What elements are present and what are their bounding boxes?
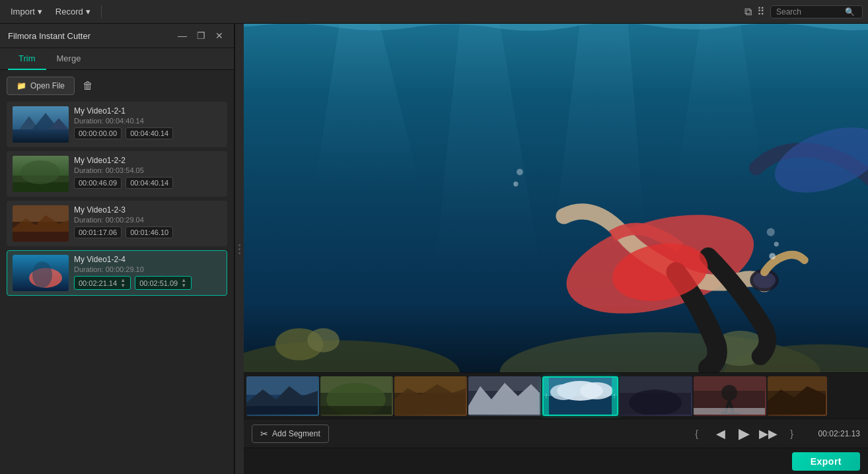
import-label: Import — [11, 7, 35, 17]
delete-icon: 🗑 — [83, 80, 93, 91]
mark-out-button[interactable]: } — [781, 423, 803, 444]
filter-icon[interactable]: ⧉ — [744, 6, 752, 18]
svg-point-36 — [517, 169, 523, 176]
import-button[interactable]: Import ▾ — [5, 4, 48, 19]
right-panel: ⋮ ⋮ — [244, 24, 868, 474]
strip-handle-left[interactable]: ⋮ — [544, 378, 549, 415]
top-bar-right-icons: ⧉ ⠿ 🔍 — [744, 5, 863, 18]
video-end-4[interactable]: 00:02:51.09 ▲ ▼ — [135, 276, 192, 290]
svg-rect-44 — [320, 406, 392, 415]
svg-point-56 — [550, 384, 577, 400]
video-item-2[interactable]: My Video1-2-2 Duration: 00:03:54.05 00:0… — [7, 151, 227, 197]
video-info-2: My Video1-2-2 Duration: 00:03:54.05 00:0… — [74, 156, 221, 189]
video-thumb-2 — [13, 156, 69, 192]
grid-icon[interactable]: ⠿ — [757, 5, 765, 18]
video-duration-1: Duration: 00:04:40.14 — [74, 117, 221, 125]
record-button[interactable]: Record ▾ — [50, 4, 96, 19]
panel-title-bar: Filmora Instant Cutter — ❐ ✕ — [0, 24, 234, 48]
video-name-3: My Video1-2-3 — [74, 205, 221, 215]
close-button[interactable]: ✕ — [213, 29, 226, 42]
resize-dots — [238, 244, 240, 254]
video-times-2: 00:00:46.09 00:04:40.14 — [74, 177, 221, 189]
video-times-3: 00:01:17.06 00:01:46.10 — [74, 226, 221, 238]
scissors-icon: ✂ — [260, 428, 268, 439]
prev-frame-icon: ◀ — [716, 426, 725, 441]
svg-rect-40 — [246, 406, 318, 415]
video-start-4[interactable]: 00:02:21.14 ▲ ▼ — [74, 276, 131, 290]
panel-controls: — ❐ ✕ — [176, 29, 226, 42]
tab-bar: Trim Merge — [0, 48, 234, 70]
svg-point-15 — [32, 261, 52, 288]
export-label: Export — [811, 456, 842, 467]
add-segment-button[interactable]: ✂ Add Segment — [252, 424, 329, 443]
next-frame-icon: ▶▶ — [759, 426, 778, 441]
mark-in-button[interactable]: { — [686, 423, 707, 444]
top-bar-separator — [101, 5, 102, 18]
tab-merge[interactable]: Merge — [46, 48, 92, 70]
video-end-3: 00:01:46.10 — [126, 226, 173, 238]
svg-rect-1 — [13, 129, 69, 143]
video-thumb-1 — [13, 106, 69, 143]
video-item-3[interactable]: My Video1-2-3 Duration: 00:00:29.04 00:0… — [7, 201, 227, 246]
svg-point-35 — [513, 182, 518, 186]
open-file-button[interactable]: 📁 Open File — [7, 77, 75, 95]
video-start-1: 00:00:00.00 — [74, 127, 122, 139]
strip-thumb-5 — [620, 376, 692, 416]
end-up-button[interactable]: ▲ — [180, 278, 187, 283]
end-time-spinners: ▲ ▼ — [180, 278, 187, 288]
svg-rect-12 — [13, 232, 69, 242]
search-icon: 🔍 — [845, 7, 855, 17]
video-info-4: My Video1-2-4 Duration: 00:00:29.10 00:0… — [74, 255, 221, 290]
svg-rect-66 — [768, 376, 826, 391]
strip-thumb-2 — [320, 376, 393, 416]
controls-bar: ✂ Add Segment { ◀ ▶ ▶▶ } 00:02:21.13 — [244, 419, 868, 448]
strip-thumb-active: ⋮ ⋮ — [542, 376, 618, 416]
start-up-button[interactable]: ▲ — [120, 278, 126, 283]
svg-point-33 — [774, 242, 779, 246]
restore-button[interactable]: ❐ — [194, 29, 207, 42]
video-name-4: My Video1-2-4 — [74, 255, 221, 264]
search-box: 🔍 — [770, 5, 863, 18]
video-thumb-4 — [13, 255, 69, 291]
prev-frame-button[interactable]: ◀ — [710, 423, 731, 444]
video-info-1: My Video1-2-1 Duration: 00:04:40.14 00:0… — [74, 106, 221, 139]
file-list-area: 📁 Open File 🗑 — [0, 70, 234, 474]
strip-thumb-3 — [394, 376, 467, 416]
video-name-2: My Video1-2-2 — [74, 156, 221, 165]
play-icon: ▶ — [739, 425, 750, 442]
record-chevron-icon: ▾ — [86, 7, 90, 17]
search-input[interactable] — [776, 7, 842, 17]
import-chevron-icon: ▾ — [38, 7, 42, 17]
time-display: 00:02:21.13 — [818, 429, 860, 438]
export-button[interactable]: Export — [792, 452, 860, 471]
svg-point-32 — [769, 253, 776, 259]
top-bar: Import ▾ Record ▾ ⧉ ⠿ 🔍 — [0, 0, 868, 24]
start-down-button[interactable]: ▼ — [120, 283, 126, 288]
panel-title: Filmora Instant Cutter — [8, 31, 90, 41]
left-panel: Filmora Instant Cutter — ❐ ✕ Trim Merge … — [0, 24, 235, 474]
end-down-button[interactable]: ▼ — [180, 283, 187, 288]
next-frame-button[interactable]: ▶▶ — [758, 423, 779, 444]
delete-button[interactable]: 🗑 — [80, 77, 96, 94]
video-times-4: 00:02:21.14 ▲ ▼ 00:02:51.09 ▲ ▼ — [74, 276, 221, 290]
strip-thumb-1 — [246, 376, 319, 416]
strip-thumb-6 — [694, 376, 766, 416]
strip-handle-right[interactable]: ⋮ — [612, 378, 617, 415]
svg-rect-38 — [246, 376, 318, 395]
start-time-spinners: ▲ ▼ — [120, 278, 126, 288]
play-button[interactable]: ▶ — [734, 423, 755, 444]
video-duration-3: Duration: 00:00:29.04 — [74, 216, 221, 224]
svg-rect-10 — [13, 205, 69, 222]
main-area: Filmora Instant Cutter — ❐ ✕ Trim Merge … — [0, 24, 868, 474]
video-name-1: My Video1-2-1 — [74, 106, 221, 116]
minimize-button[interactable]: — — [176, 29, 189, 42]
strip-thumb-4 — [468, 376, 541, 416]
video-duration-4: Duration: 00:00:29.10 — [74, 265, 221, 273]
video-thumb-3 — [13, 205, 69, 242]
video-preview — [244, 24, 868, 372]
video-item-4[interactable]: My Video1-2-4 Duration: 00:00:29.10 00:0… — [7, 250, 227, 296]
panel-resize-handle[interactable] — [235, 24, 244, 474]
video-end-2: 00:04:40.14 — [126, 177, 173, 189]
tab-trim[interactable]: Trim — [8, 48, 46, 70]
video-item-1[interactable]: My Video1-2-1 Duration: 00:04:40.14 00:0… — [7, 102, 227, 147]
